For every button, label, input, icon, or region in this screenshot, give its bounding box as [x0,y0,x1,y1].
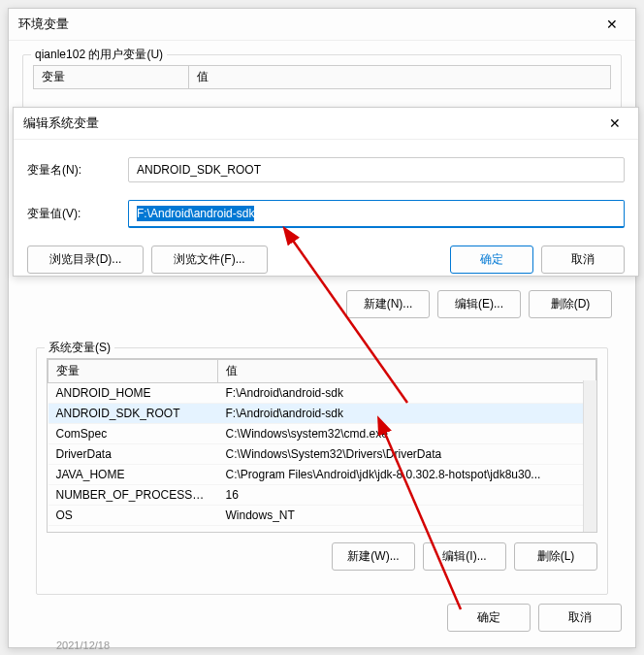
sys-delete-button[interactable]: 删除(L) [514,542,597,571]
var-value-label: 变量值(V): [27,206,114,222]
col-var: 变量 [34,66,189,89]
var-name-cell: ANDROID_SDK_ROOT [48,404,218,424]
var-name-cell: JAVA_HOME [48,465,218,485]
sys-col-val: 值 [218,360,596,383]
browse-file-button[interactable]: 浏览文件(F)... [151,246,268,274]
var-value-cell: C:\Windows\system32\cmd.exe [218,424,596,444]
var-value-cell: C:\Program Files\Android\jdk\jdk-8.0.302… [218,465,596,485]
table-row[interactable]: JAVA_HOMEC:\Program Files\Android\jdk\jd… [48,465,596,485]
close-icon[interactable]: ✕ [598,15,626,34]
var-name-cell: DriverData [48,444,218,465]
sys-vars-group: 系统变量(S) 变量 值 ANDROID_HOMEF:\Android\andr… [36,347,608,595]
var-value-input[interactable]: F:\Android\android-sdk [128,200,625,228]
sys-edit-button[interactable]: 编辑(I)... [423,542,506,571]
scrollbar[interactable] [583,380,596,532]
env-titlebar: 环境变量 ✕ [9,9,635,41]
var-value-selected-text: F:\Android\android-sdk [137,206,254,221]
col-val: 值 [189,66,611,89]
var-value-cell: C:\Windows\System32\Drivers\DriverData [218,444,596,465]
edit-cancel-button[interactable]: 取消 [541,246,625,274]
user-edit-button[interactable]: 编辑(E)... [437,290,521,318]
close-icon[interactable]: ✕ [601,114,628,133]
var-name-cell: ANDROID_HOME [48,383,218,404]
user-vars-group: qianle102 的用户变量(U) 变量 值 [22,54,622,113]
user-vars-btn-row: 新建(N)... 编辑(E)... 删除(D) [32,290,612,318]
var-name-input[interactable] [128,157,625,182]
table-row[interactable]: NUMBER_OF_PROCESSORS16 [48,485,596,506]
env-title: 环境变量 [18,16,69,33]
sys-col-var: 变量 [48,360,218,383]
table-row[interactable]: ANDROID_SDK_ROOTF:\Android\android-sdk [48,404,596,424]
table-row[interactable]: ANDROID_HOMEF:\Android\android-sdk [48,383,596,404]
var-value-cell: Windows_NT [218,506,596,526]
browse-dir-button[interactable]: 浏览目录(D)... [27,246,144,274]
user-new-button[interactable]: 新建(N)... [346,290,430,318]
sys-vars-table-wrap: 变量 值 ANDROID_HOMEF:\Android\android-sdkA… [47,358,597,533]
env-ok-button[interactable]: 确定 [447,604,531,632]
sys-vars-table[interactable]: 变量 值 ANDROID_HOMEF:\Android\android-sdkA… [48,359,596,526]
user-vars-label: qianle102 的用户变量(U) [31,47,167,63]
user-vars-table[interactable]: 变量 值 [33,65,611,89]
user-delete-button[interactable]: 删除(D) [529,290,612,318]
var-name-cell: OS [48,506,218,526]
sys-new-button[interactable]: 新建(W)... [332,542,415,571]
env-cancel-button[interactable]: 取消 [538,604,622,632]
var-value-cell: F:\Android\android-sdk [218,404,596,424]
var-name-cell: NUMBER_OF_PROCESSORS [48,485,218,506]
edit-btn-row: 浏览目录(D)... 浏览文件(F)... 确定 取消 [27,246,625,274]
edit-titlebar: 编辑系统变量 ✕ [14,108,638,140]
var-value-cell: 16 [218,485,596,506]
sys-vars-btn-row: 新建(W)... 编辑(I)... 删除(L) [47,542,597,571]
table-row[interactable]: DriverDataC:\Windows\System32\Drivers\Dr… [48,444,596,465]
table-row[interactable]: OSWindows_NT [48,506,596,526]
var-value-cell: F:\Android\android-sdk [218,383,596,404]
table-row[interactable]: ComSpecC:\Windows\system32\cmd.exe [48,424,596,444]
footer-date: 2021/12/18 [56,639,110,651]
var-name-cell: ComSpec [48,424,218,444]
var-value-row: 变量值(V): F:\Android\android-sdk [27,200,625,228]
var-name-label: 变量名(N): [27,162,114,179]
sys-vars-label: 系统变量(S) [45,340,114,356]
env-variables-window: 环境变量 ✕ qianle102 的用户变量(U) 变量 值 新建(N)... … [8,8,636,648]
edit-ok-button[interactable]: 确定 [450,246,533,274]
edit-title: 编辑系统变量 [23,115,99,132]
var-name-row: 变量名(N): [27,157,625,182]
env-bottom-btns: 确定 取消 [9,594,635,641]
edit-sysvar-window: 编辑系统变量 ✕ 变量名(N): 变量值(V): F:\Android\andr… [13,107,639,277]
